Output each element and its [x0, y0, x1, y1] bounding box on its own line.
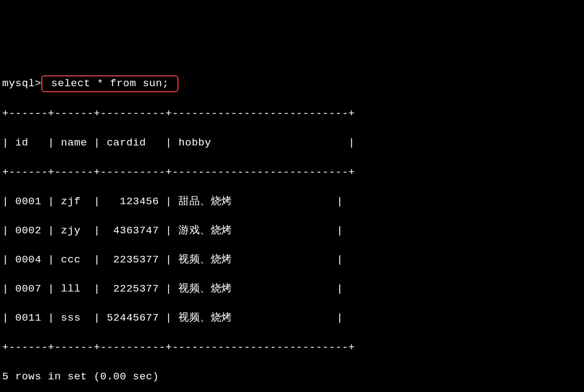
table-border: +------+------+----------+--------------… [2, 107, 582, 121]
table-border: +------+------+----------+--------------… [2, 165, 582, 180]
table-row: | 0011 | sss | 52445677 | 视频、烧烤 | [2, 311, 582, 326]
prompt-line-1: mysql> select * from sun; [2, 75, 582, 92]
terminal-output: mysql> select * from sun; +------+------… [2, 60, 582, 392]
table-row: | 0004 | ccc | 2235377 | 视频、烧烤 | [2, 253, 582, 267]
rows-result: 5 rows in set (0.00 sec) [2, 369, 582, 384]
table-row: | 0001 | zjf | 123456 | 甜品、烧烤 | [2, 194, 582, 209]
highlighted-query-1: select * from sun; [41, 75, 178, 92]
table-border: +------+------+----------+--------------… [2, 340, 582, 355]
table-header: | id | name | cardid | hobby | [2, 136, 582, 150]
mysql-prompt: mysql> [2, 76, 41, 91]
table-row: | 0007 | lll | 2225377 | 视频、烧烤 | [2, 282, 582, 296]
table-row: | 0002 | zjy | 4363747 | 游戏、烧烤 | [2, 223, 582, 238]
